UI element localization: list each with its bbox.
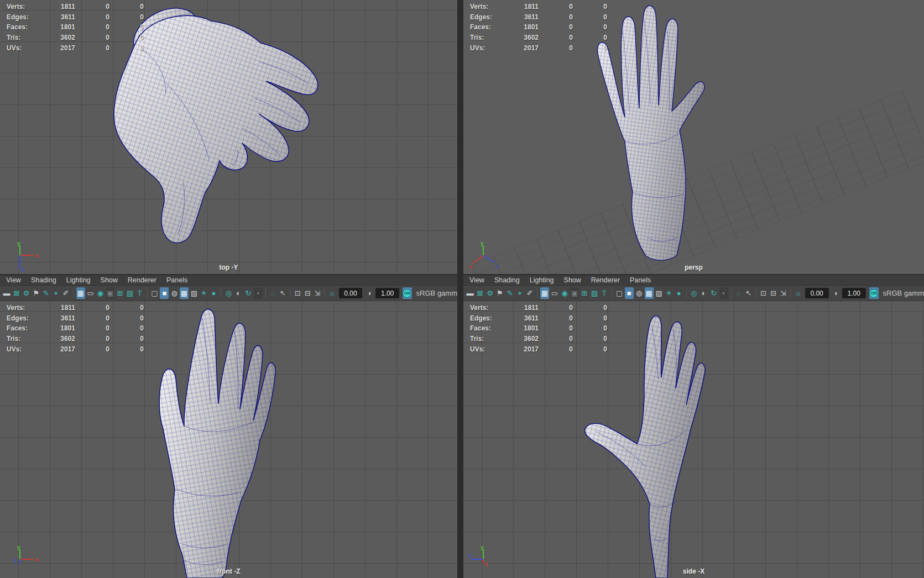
textured-mode-icon[interactable]: ◍ bbox=[170, 287, 179, 299]
viewport-top-y[interactable]: Verts:181100Edges:361100Faces:180100Tris… bbox=[0, 0, 457, 274]
select-camera-icon[interactable]: ▬ bbox=[466, 287, 474, 299]
motion-blur-icon[interactable]: ◐ bbox=[699, 287, 708, 299]
selection-preview-icon[interactable]: ◌ bbox=[269, 287, 278, 299]
pan-zoom-icon[interactable]: ⌖ bbox=[51, 287, 60, 299]
wireframe-mode-icon[interactable]: ▢ bbox=[615, 287, 624, 299]
wireframe-on-shaded-icon[interactable]: ▩ bbox=[645, 287, 654, 299]
smooth-shade-all-icon[interactable]: ■ bbox=[625, 287, 634, 299]
snapshot-icon[interactable]: ⊟ bbox=[303, 287, 312, 299]
render-region-icon[interactable]: ⇲ bbox=[313, 287, 322, 299]
safe-action-icon[interactable]: ▧ bbox=[126, 287, 134, 299]
menu-panels[interactable]: Panels bbox=[161, 275, 192, 285]
menu-show[interactable]: Show bbox=[96, 275, 123, 285]
pan-zoom-icon[interactable]: ⌖ bbox=[515, 287, 524, 299]
gate-mask-icon[interactable]: ▣ bbox=[106, 287, 114, 299]
depth-of-field-icon[interactable]: ▪ bbox=[719, 287, 728, 299]
depth-of-field-icon[interactable]: ▪ bbox=[254, 287, 263, 299]
stat-selected: 0 bbox=[539, 335, 573, 343]
film-gate-icon[interactable]: ▭ bbox=[86, 287, 95, 299]
smooth-shade-all-icon[interactable]: ■ bbox=[160, 287, 169, 299]
stat-value: 3611 bbox=[51, 13, 75, 21]
scene-render-view-icon[interactable]: ⊡ bbox=[759, 287, 768, 299]
multisample-aa-icon[interactable]: ↻ bbox=[244, 287, 253, 299]
lock-camera-icon[interactable]: ⊠ bbox=[476, 287, 484, 299]
poly-count-row: Edges:361100 bbox=[0, 313, 144, 324]
isolate-select-icon[interactable]: ◎ bbox=[690, 287, 698, 299]
safe-title-icon[interactable]: T bbox=[600, 287, 609, 299]
textured-mode-icon[interactable]: ◍ bbox=[635, 287, 644, 299]
gamma-field[interactable]: 1.00 bbox=[375, 288, 399, 298]
show-grid-icon[interactable]: ▦ bbox=[76, 287, 85, 299]
grease-pencil-icon[interactable]: ✐ bbox=[525, 287, 534, 299]
viewport-side-x[interactable]: Verts:181100Edges:361100Faces:180100Tris… bbox=[463, 301, 924, 578]
isolate-select-icon[interactable]: ◎ bbox=[224, 287, 233, 299]
wireframe-on-shaded-icon[interactable]: ▩ bbox=[180, 287, 189, 299]
shadows-icon[interactable]: ● bbox=[210, 287, 218, 299]
scene-render-view-icon[interactable]: ⊡ bbox=[293, 287, 302, 299]
stat-value: 2017 bbox=[51, 44, 75, 52]
select-cursor-icon[interactable]: ↖ bbox=[744, 287, 753, 299]
color-management-toggle[interactable]: ON bbox=[403, 287, 412, 299]
menu-panels[interactable]: Panels bbox=[625, 275, 656, 285]
menu-lighting[interactable]: Lighting bbox=[61, 275, 96, 285]
menu-show[interactable]: Show bbox=[559, 275, 586, 285]
film-gate-icon[interactable]: ▭ bbox=[550, 287, 559, 299]
camera-bookmarks-icon[interactable]: ⚑ bbox=[495, 287, 504, 299]
gamma-field[interactable]: 1.00 bbox=[842, 288, 866, 298]
menu-shading[interactable]: Shading bbox=[26, 275, 61, 285]
exposure-icon[interactable]: ☼ bbox=[794, 287, 803, 299]
multisample-aa-icon[interactable]: ↻ bbox=[709, 287, 718, 299]
safe-title-icon[interactable]: T bbox=[135, 287, 144, 299]
lock-camera-icon[interactable]: ⊠ bbox=[12, 287, 21, 299]
camera-bookmarks-icon[interactable]: ⚑ bbox=[32, 287, 40, 299]
stat-component: 0 bbox=[573, 324, 607, 332]
grease-pencil-icon[interactable]: ✐ bbox=[61, 287, 70, 299]
select-camera-icon[interactable]: ▬ bbox=[2, 287, 11, 299]
exposure-field[interactable]: 0.00 bbox=[339, 288, 363, 298]
field-chart-icon[interactable]: ⊞ bbox=[116, 287, 124, 299]
motion-blur-icon[interactable]: ◐ bbox=[234, 287, 243, 299]
selection-preview-icon[interactable]: ◌ bbox=[734, 287, 743, 299]
resolution-gate-icon[interactable]: ◉ bbox=[96, 287, 105, 299]
panel-bottom-left: ViewShadingLightingShowRendererPanels ▬⊠… bbox=[0, 274, 457, 578]
use-default-material-icon[interactable]: ▨ bbox=[190, 287, 199, 299]
wireframe-mode-icon[interactable]: ▢ bbox=[150, 287, 159, 299]
menu-view[interactable]: View bbox=[464, 275, 489, 285]
color-management-toggle[interactable]: ON bbox=[869, 287, 879, 299]
exposure-icon[interactable]: ☼ bbox=[328, 287, 337, 299]
stat-value: 1801 bbox=[51, 23, 75, 31]
stat-label: Faces: bbox=[7, 324, 51, 332]
render-region-icon[interactable]: ⇲ bbox=[779, 287, 788, 299]
contrast-icon[interactable]: ◑ bbox=[364, 287, 373, 299]
toolbar-separator bbox=[325, 288, 325, 298]
stat-component: 0 bbox=[109, 314, 144, 322]
viewport-persp[interactable]: Verts:181100Edges:361100Faces:180100Tris… bbox=[463, 0, 924, 274]
snapshot-icon[interactable]: ⊟ bbox=[769, 287, 778, 299]
stat-selected: 0 bbox=[75, 304, 109, 312]
menu-renderer[interactable]: Renderer bbox=[586, 275, 625, 285]
safe-action-icon[interactable]: ▧ bbox=[590, 287, 599, 299]
menu-view[interactable]: View bbox=[1, 275, 26, 285]
viewport-front-z[interactable]: Verts:181100Edges:361100Faces:180100Tris… bbox=[0, 301, 457, 578]
panel-menubar: ViewShadingLightingShowRendererPanels bbox=[463, 274, 924, 286]
image-plane-icon[interactable]: ✎ bbox=[505, 287, 514, 299]
camera-attributes-icon[interactable]: ⚙ bbox=[486, 287, 494, 299]
lights-icon[interactable]: ☀ bbox=[665, 287, 674, 299]
menu-renderer[interactable]: Renderer bbox=[123, 275, 161, 285]
poly-count-row: UVs:201700 bbox=[463, 43, 607, 53]
menu-lighting[interactable]: Lighting bbox=[525, 275, 559, 285]
menu-shading[interactable]: Shading bbox=[489, 275, 525, 285]
contrast-icon[interactable]: ◑ bbox=[831, 287, 840, 299]
shadows-icon[interactable]: ● bbox=[675, 287, 683, 299]
field-chart-icon[interactable]: ⊞ bbox=[580, 287, 589, 299]
select-cursor-icon[interactable]: ↖ bbox=[279, 287, 288, 299]
show-grid-icon[interactable]: ▦ bbox=[540, 287, 549, 299]
lights-icon[interactable]: ☀ bbox=[200, 287, 208, 299]
resolution-gate-icon[interactable]: ◉ bbox=[560, 287, 569, 299]
poly-count-row: Faces:180100 bbox=[0, 323, 144, 334]
gate-mask-icon[interactable]: ▣ bbox=[570, 287, 579, 299]
exposure-field[interactable]: 0.00 bbox=[805, 288, 829, 298]
camera-attributes-icon[interactable]: ⚙ bbox=[22, 287, 31, 299]
use-default-material-icon[interactable]: ▨ bbox=[655, 287, 664, 299]
image-plane-icon[interactable]: ✎ bbox=[41, 287, 50, 299]
